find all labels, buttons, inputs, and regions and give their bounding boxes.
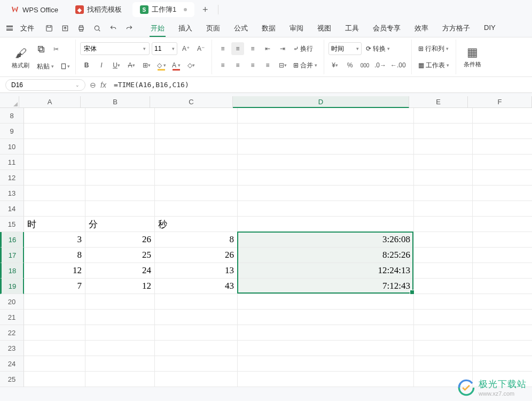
cell-B24[interactable]	[85, 356, 155, 372]
cell-F23[interactable]	[473, 341, 532, 356]
row-header-11[interactable]: 11	[0, 155, 24, 170]
cell-C17[interactable]: 26	[155, 248, 238, 263]
convert-button[interactable]: ⟳转换▾	[364, 42, 392, 55]
cell-C9[interactable]	[155, 124, 238, 139]
menu-efficiency[interactable]: 效率	[413, 20, 429, 36]
cell-A18[interactable]: 12	[24, 263, 85, 279]
clipboard-button[interactable]: ▾	[58, 60, 71, 73]
cell-D10[interactable]	[238, 139, 414, 155]
cell-C18[interactable]: 13	[155, 263, 238, 279]
name-box[interactable]: D16 ⌄	[5, 79, 85, 91]
percent-button[interactable]: %	[343, 59, 356, 72]
row-header-8[interactable]: 8	[0, 108, 24, 124]
border-button[interactable]: ⊞▾	[140, 59, 153, 72]
cell-C10[interactable]	[155, 139, 238, 155]
cell-C19[interactable]: 43	[155, 279, 238, 294]
cell-F20[interactable]	[473, 294, 532, 310]
cell-D11[interactable]	[238, 155, 414, 170]
cell-F11[interactable]	[473, 155, 532, 170]
increase-decimal-button[interactable]: ←.00	[389, 59, 407, 72]
cell-B16[interactable]: 26	[85, 232, 155, 248]
comma-button[interactable]: 000	[358, 59, 371, 72]
cell-A9[interactable]	[24, 124, 85, 139]
strikethrough-button[interactable]: A▾	[125, 59, 138, 72]
redo-icon[interactable]	[124, 23, 135, 34]
cut-button[interactable]: ✂	[50, 43, 62, 56]
cell-A15[interactable]: 时	[24, 217, 85, 232]
row-header-21[interactable]: 21	[0, 310, 24, 325]
cell-E23[interactable]	[414, 341, 473, 356]
cell-B15[interactable]: 分	[85, 217, 155, 232]
cell-B11[interactable]	[85, 155, 155, 170]
print-icon[interactable]	[76, 23, 87, 34]
distribute-button[interactable]: ⊟▾	[276, 59, 289, 72]
number-format-select[interactable]: 时间▾	[328, 42, 362, 55]
font-color-button[interactable]: A▾	[170, 59, 183, 72]
copy-button[interactable]	[35, 43, 48, 56]
cell-D14[interactable]	[238, 201, 414, 217]
cell-A8[interactable]	[24, 108, 85, 124]
cell-C11[interactable]	[155, 155, 238, 170]
row-header-23[interactable]: 23	[0, 341, 24, 356]
fx-icon[interactable]: fx	[100, 81, 106, 89]
cell-D21[interactable]	[238, 310, 414, 325]
worksheet-button[interactable]: ▦工作表▾	[416, 59, 451, 72]
menu-ffgz[interactable]: 方方格子	[441, 20, 471, 36]
cell-B14[interactable]	[85, 201, 155, 217]
menu-diy[interactable]: DIY	[483, 20, 497, 36]
cell-E10[interactable]	[414, 139, 473, 155]
font-size-select[interactable]: 11▾	[152, 42, 177, 55]
cell-D19[interactable]: 7:12:43	[238, 279, 414, 294]
cell-F9[interactable]	[473, 124, 532, 139]
align-bottom-button[interactable]: ≡	[246, 42, 259, 55]
cell-A12[interactable]	[24, 170, 85, 186]
row-header-10[interactable]: 10	[0, 139, 24, 155]
merge-button[interactable]: ⊞合并▾	[291, 59, 319, 72]
cell-C25[interactable]	[155, 372, 238, 387]
cell-F18[interactable]	[473, 263, 532, 279]
cell-C24[interactable]	[155, 356, 238, 372]
justify-button[interactable]: ≡	[261, 59, 274, 72]
row-header-25[interactable]: 25	[0, 372, 24, 387]
cell-C8[interactable]	[155, 108, 238, 124]
format-brush-button[interactable]: 🖌 格式刷	[9, 41, 33, 75]
cell-A22[interactable]	[24, 325, 85, 341]
row-header-22[interactable]: 22	[0, 325, 24, 341]
bold-button[interactable]: B	[80, 59, 93, 72]
row-header-13[interactable]: 13	[0, 186, 24, 201]
cell-F21[interactable]	[473, 310, 532, 325]
row-header-12[interactable]: 12	[0, 170, 24, 186]
row-header-20[interactable]: 20	[0, 294, 24, 310]
cell-E8[interactable]	[414, 108, 473, 124]
decrease-indent-button[interactable]: ⇤	[261, 42, 274, 55]
menu-start[interactable]: 开始	[150, 20, 166, 36]
decrease-decimal-button[interactable]: .0→	[373, 59, 387, 72]
cell-A25[interactable]	[24, 372, 85, 387]
cell-D9[interactable]	[238, 124, 414, 139]
cell-A10[interactable]	[24, 139, 85, 155]
tab-add-button[interactable]: +	[198, 2, 213, 17]
cell-E12[interactable]	[414, 170, 473, 186]
cell-F22[interactable]	[473, 325, 532, 341]
col-header-C[interactable]: C	[150, 96, 233, 108]
cell-F16[interactable]	[473, 232, 532, 248]
spreadsheet-grid[interactable]: ABCDEF89101112131415时分秒1632683:26:081782…	[0, 96, 532, 396]
cell-C22[interactable]	[155, 325, 238, 341]
cell-C12[interactable]	[155, 170, 238, 186]
cell-D24[interactable]	[238, 356, 414, 372]
cell-A20[interactable]	[24, 294, 85, 310]
align-center-button[interactable]: ≡	[231, 59, 244, 72]
file-menu[interactable]: 文件	[20, 24, 34, 33]
cell-F17[interactable]	[473, 248, 532, 263]
increase-font-button[interactable]: A⁺	[179, 42, 192, 55]
cell-A23[interactable]	[24, 341, 85, 356]
cell-D8[interactable]	[238, 108, 414, 124]
cell-D15[interactable]	[238, 217, 414, 232]
cell-B20[interactable]	[85, 294, 155, 310]
cell-D13[interactable]	[238, 186, 414, 201]
cell-F8[interactable]	[473, 108, 532, 124]
cell-B21[interactable]	[85, 310, 155, 325]
menu-page[interactable]: 页面	[205, 20, 221, 36]
cell-B22[interactable]	[85, 325, 155, 341]
row-header-19[interactable]: 19	[0, 279, 24, 294]
